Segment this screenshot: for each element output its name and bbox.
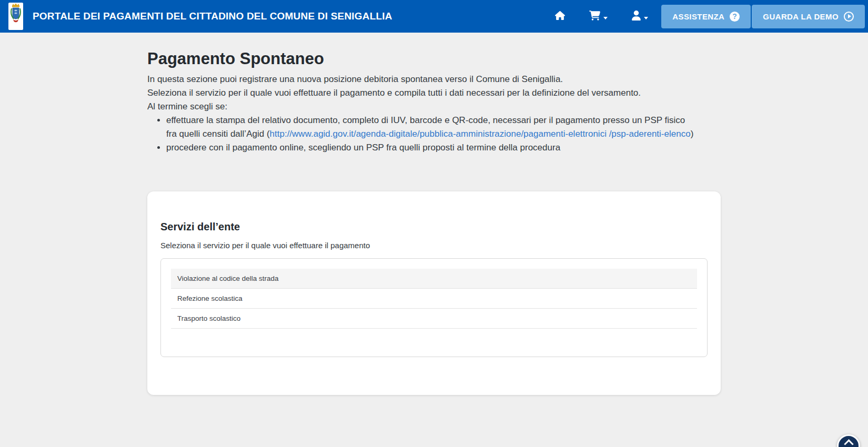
services-panel: Violazione al codice della strada Refezi… xyxy=(160,258,708,357)
top-navbar: PORTALE DEI PAGAMENTI DEL CITTADINO DEL … xyxy=(0,0,868,33)
intro-line-3: Al termine scegli se: xyxy=(147,100,721,114)
home-icon xyxy=(555,11,565,22)
card-subtitle: Seleziona il servizio per il quale vuoi … xyxy=(160,241,708,250)
assistenza-label: ASSISTENZA xyxy=(672,12,724,21)
demo-label: GUARDA LA DEMO xyxy=(763,12,839,21)
chevron-up-icon xyxy=(844,439,853,447)
portal-title: PORTALE DEI PAGAMENTI DEL CITTADINO DEL … xyxy=(33,11,392,22)
service-row-trasporto[interactable]: Trasporto scolastico xyxy=(171,309,697,329)
servizi-card: Servizi dell’ente Seleziona il servizio … xyxy=(147,191,721,395)
user-icon xyxy=(632,11,641,23)
user-dropdown-button[interactable] xyxy=(620,0,660,33)
coat-of-arms-icon xyxy=(9,3,22,29)
comune-senigallia-logo[interactable] xyxy=(8,3,23,30)
intro-line-2: Seleziona il servizio per il quale vuoi … xyxy=(147,86,721,100)
online-option-text: procedere con il pagamento online, scegl… xyxy=(166,143,560,153)
service-row-violazione[interactable]: Violazione al codice della strada xyxy=(171,269,697,289)
agid-link[interactable]: http://www.agid.gov.it/agenda-digitale/p… xyxy=(270,129,691,139)
service-row-refezione[interactable]: Refezione scolastica xyxy=(171,289,697,309)
payment-options-list: effettuare la stampa del relativo docume… xyxy=(147,114,721,155)
card-title: Servizi dell’ente xyxy=(160,221,708,233)
play-circle-icon xyxy=(844,12,854,22)
guarda-la-demo-button[interactable]: GUARDA LA DEMO xyxy=(752,5,865,28)
assistenza-button[interactable]: ASSISTENZA ? xyxy=(661,5,751,28)
home-button[interactable] xyxy=(543,0,577,33)
page-title: Pagamento Spontaneo xyxy=(147,49,721,68)
chevron-down-icon xyxy=(603,17,608,19)
print-option-item: effettuare la stampa del relativo docume… xyxy=(166,114,695,141)
question-circle-icon: ? xyxy=(730,12,740,22)
closing-paren: ) xyxy=(691,129,694,139)
intro-line-1: In questa sezione puoi registrare una nu… xyxy=(147,73,721,86)
scroll-to-top-button[interactable] xyxy=(837,434,860,447)
navbar-actions: ASSISTENZA ? GUARDA LA DEMO xyxy=(543,0,865,33)
main-content: Pagamento Spontaneo In questa sezione pu… xyxy=(147,49,721,395)
online-option-item: procedere con il pagamento online, scegl… xyxy=(166,141,695,155)
chevron-down-icon xyxy=(644,17,648,19)
intro-text: In questa sezione puoi registrare una nu… xyxy=(147,73,721,114)
cart-icon xyxy=(589,11,600,23)
cart-dropdown-button[interactable] xyxy=(577,0,620,33)
